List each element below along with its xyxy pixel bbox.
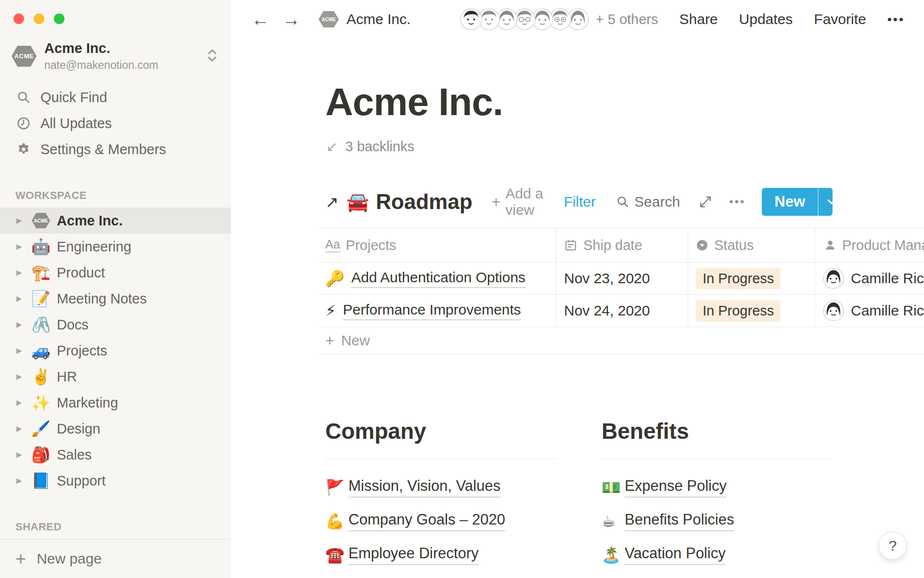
person-name: Camille Ricketts: [851, 302, 924, 319]
sidebar-item-docs[interactable]: ▶ 🖇️ Docs: [0, 312, 231, 338]
sidebar-item-label: Engineering: [57, 239, 131, 255]
share-button[interactable]: Share: [680, 11, 718, 27]
project-page-link[interactable]: Add Authentication Options: [351, 269, 526, 288]
new-page-button[interactable]: + New page: [0, 539, 231, 578]
person-icon: [823, 238, 836, 252]
search-button[interactable]: Search: [616, 194, 680, 210]
open-as-page-arrow-icon[interactable]: ↗: [325, 193, 339, 211]
sidebar-item-label: Acme Inc.: [57, 213, 123, 229]
sidebar-item-marketing[interactable]: ▶ ✨ Marketing: [0, 390, 231, 416]
sidebar-item-support[interactable]: ▶ 📘 Support: [0, 468, 231, 494]
expand-triangle-icon[interactable]: ▶: [16, 320, 31, 329]
status-cell[interactable]: In Progress: [688, 295, 815, 327]
workspace-section-label: WORKSPACE: [15, 189, 231, 202]
filter-button[interactable]: Filter: [564, 194, 596, 210]
sidebar-item-quick-find[interactable]: Quick Find: [0, 84, 231, 110]
ship-date-cell[interactable]: Nov 24, 2020: [556, 295, 688, 327]
sidebar-item-sales[interactable]: ▶ 🎒 Sales: [0, 442, 231, 468]
more-options-button[interactable]: •••: [887, 12, 905, 27]
sidebar-item-engineering[interactable]: ▶ 🤖 Engineering: [0, 234, 231, 260]
sidebar-item-meeting-notes[interactable]: ▶ 📝 Meeting Notes: [0, 286, 231, 312]
desert-island-icon: 🏝️: [602, 546, 625, 564]
backlinks-link[interactable]: ↙ 3 backlinks: [326, 139, 924, 155]
sidebar-item-design[interactable]: ▶ 🖌️ Design: [0, 416, 231, 442]
expand-triangle-icon[interactable]: ▶: [16, 450, 31, 459]
telephone-icon: ☎️: [325, 546, 348, 564]
page-link-label: Employee Directory: [348, 545, 478, 565]
column-header-product-manager[interactable]: Product Manager: [815, 228, 924, 262]
page-link-office-manual[interactable]: 📘 Office Manual: [325, 572, 555, 578]
sidebar-item-acme-inc[interactable]: ▶ ACME Acme Inc.: [0, 208, 231, 234]
table-row[interactable]: ⚡ Performance Improvements Nov 24, 2020 …: [318, 295, 924, 327]
favorite-button[interactable]: Favorite: [814, 11, 866, 27]
database-more-button[interactable]: •••: [729, 195, 745, 209]
page-link-label: Expense Policy: [625, 477, 727, 498]
page-link-benefits-policies[interactable]: ☕ Benefits Policies: [602, 504, 832, 538]
main-area: ← → ACME Acme Inc.: [231, 0, 924, 578]
ship-date-cell[interactable]: Nov 23, 2020: [556, 263, 688, 294]
acme-logo-icon: ACME: [12, 46, 37, 67]
expand-triangle-icon[interactable]: ▶: [16, 476, 31, 485]
expand-triangle-icon[interactable]: ▶: [16, 216, 31, 225]
close-window-button[interactable]: [13, 13, 24, 24]
sidebar-item-label: Design: [57, 421, 100, 437]
column-header-projects[interactable]: Aa Projects: [318, 228, 556, 262]
dollar-banknote-icon: 💵: [602, 478, 625, 497]
expand-triangle-icon[interactable]: ▶: [16, 372, 31, 381]
text-property-icon: Aa: [325, 238, 340, 252]
project-cell[interactable]: ⚡ Performance Improvements: [318, 295, 556, 327]
project-cell[interactable]: 🔑 Add Authentication Options: [318, 263, 556, 294]
expand-triangle-icon[interactable]: ▶: [16, 294, 31, 303]
robot-icon: 🤖: [31, 237, 51, 256]
collaborator-avatars[interactable]: [460, 8, 589, 30]
roadmap-title-link[interactable]: Roadmap: [376, 190, 472, 214]
minimize-window-button[interactable]: [34, 13, 44, 24]
sidebar: ACME Acme Inc. nate@makenotion.com Quick…: [0, 0, 231, 578]
breadcrumb[interactable]: ACME Acme Inc.: [319, 11, 411, 27]
expand-triangle-icon[interactable]: ▶: [16, 398, 31, 407]
expand-triangle-icon[interactable]: ▶: [16, 346, 31, 355]
forward-arrow-button[interactable]: →: [282, 10, 300, 28]
page-link-company-goals[interactable]: 💪 Company Goals – 2020: [325, 504, 555, 538]
sidebar-item-settings-members[interactable]: Settings & Members: [0, 136, 231, 162]
help-button[interactable]: ?: [879, 532, 907, 560]
page-link-employee-directory[interactable]: ☎️ Employee Directory: [325, 538, 555, 572]
page-title[interactable]: Acme Inc.: [325, 80, 924, 124]
expand-triangle-icon[interactable]: ▶: [16, 268, 31, 277]
workspace-switcher[interactable]: ACME Acme Inc. nate@makenotion.com: [12, 40, 218, 72]
sidebar-item-hr[interactable]: ▶ ✌️ HR: [0, 364, 231, 390]
topbar: ← → ACME Acme Inc.: [231, 0, 924, 39]
column-label: Status: [714, 237, 754, 253]
expand-triangle-icon[interactable]: ▶: [16, 242, 31, 251]
sidebar-item-product[interactable]: ▶ 🏗️ Product: [0, 260, 231, 286]
column-header-ship-date[interactable]: Ship date: [556, 228, 688, 262]
new-record-button[interactable]: New: [762, 188, 833, 216]
page-link-expense-policy[interactable]: 💵 Expense Policy: [602, 471, 832, 504]
select-property-icon: [696, 239, 708, 251]
product-manager-cell[interactable]: Camille Ricketts: [815, 263, 924, 294]
sidebar-item-label: Sales: [57, 447, 92, 463]
page-link-mission-vision-values[interactable]: 🚩 Mission, Vision, Values: [325, 471, 555, 504]
benefits-section: Benefits 💵 Expense Policy ☕ Benefits Pol…: [602, 418, 832, 578]
expand-icon[interactable]: [698, 195, 713, 209]
table-row[interactable]: 🔑 Add Authentication Options Nov 23, 202…: [318, 263, 924, 295]
status-cell[interactable]: In Progress: [688, 263, 815, 294]
product-manager-cell[interactable]: Camille Ricketts: [815, 295, 924, 327]
expand-triangle-icon[interactable]: ▶: [16, 424, 31, 433]
others-count[interactable]: + 5 others: [596, 12, 658, 27]
table-new-row-button[interactable]: + New: [318, 327, 924, 355]
back-arrow-button[interactable]: ←: [251, 10, 270, 28]
sidebar-item-label: Docs: [57, 317, 89, 333]
project-page-link[interactable]: Performance Improvements: [343, 302, 521, 320]
red-car-icon: 🚘: [346, 191, 369, 212]
sidebar-item-all-updates[interactable]: All Updates: [0, 110, 231, 136]
avatar[interactable]: [460, 8, 482, 30]
page-link-vacation-policy[interactable]: 🏝️ Vacation Policy: [602, 538, 832, 572]
add-view-button[interactable]: + Add a view: [492, 185, 564, 218]
sidebar-item-projects[interactable]: ▶ 🚙 Projects: [0, 338, 231, 364]
updates-button[interactable]: Updates: [739, 11, 793, 27]
column-header-status[interactable]: Status: [688, 228, 815, 262]
zoom-window-button[interactable]: [54, 13, 64, 24]
chevron-down-icon[interactable]: [818, 188, 833, 216]
paintbrush-icon: 🖌️: [31, 420, 51, 438]
